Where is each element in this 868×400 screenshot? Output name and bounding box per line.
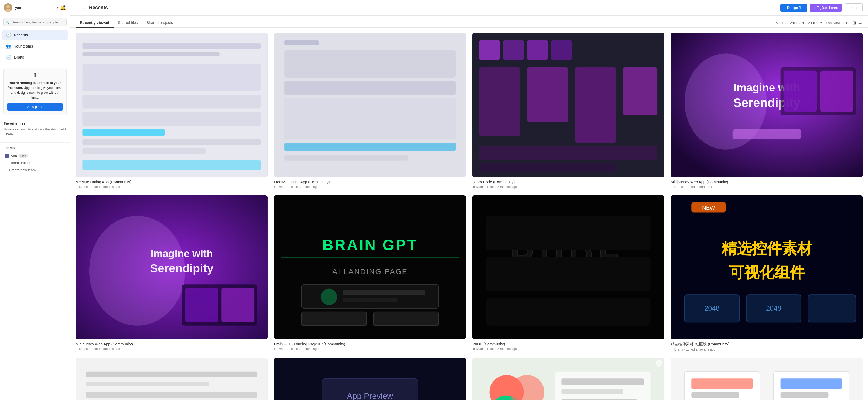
create-team-button[interactable]: + Create new team	[4, 166, 66, 174]
svg-text:App Preview: App Preview	[347, 392, 393, 400]
file-card[interactable]: MeetMe Dating App (Community) In Drafts …	[274, 33, 466, 189]
file-grid: MeetMe Dating App (Community) In Drafts …	[75, 33, 863, 400]
files-filter-button[interactable]: All files ▾	[808, 21, 822, 25]
star-icon[interactable]: ☆	[656, 360, 662, 367]
svg-rect-21	[479, 40, 500, 60]
svg-rect-11	[82, 148, 206, 154]
content-area: MeetMe Dating App (Community) In Drafts …	[70, 28, 868, 400]
search-bar: 🔍	[0, 16, 70, 29]
team-project-item[interactable]: Team project	[4, 160, 66, 166]
svg-point-51	[320, 288, 337, 305]
svg-rect-54	[301, 312, 366, 326]
svg-text:Imagine with: Imagine with	[151, 248, 213, 259]
files-filter-chevron: ▾	[820, 21, 822, 25]
tab-shared-files[interactable]: Shared files	[114, 18, 142, 28]
file-card[interactable]: Learn Code (Community) In Drafts · Edite…	[472, 33, 664, 189]
file-card[interactable]: ☆	[472, 358, 664, 400]
svg-rect-12	[82, 160, 260, 170]
file-card[interactable]: MeetMe Dating App (Community) In Drafts …	[75, 33, 268, 189]
avatar[interactable]	[4, 3, 12, 12]
svg-rect-67	[808, 295, 856, 322]
svg-rect-23	[527, 40, 548, 60]
view-plans-button[interactable]: View plans	[7, 103, 63, 111]
file-card[interactable]	[671, 358, 863, 400]
svg-rect-48	[281, 257, 459, 258]
file-thumbnail	[274, 33, 466, 177]
svg-rect-7	[82, 95, 260, 109]
svg-rect-52	[343, 290, 425, 295]
files-filter-label: All files	[808, 21, 819, 25]
file-name: Midjourney Web App (Community)	[671, 180, 863, 184]
svg-rect-14	[284, 40, 318, 45]
svg-rect-19	[284, 155, 408, 161]
file-meta: In Drafts · Edited 2 months ago	[75, 347, 268, 351]
file-thumbnail	[75, 33, 268, 177]
nav-your-teams[interactable]: 👥 Your teams	[2, 41, 68, 51]
file-thumbnail	[671, 358, 863, 400]
team-item-yan[interactable]: yan Free	[4, 152, 66, 160]
svg-rect-55	[373, 312, 438, 326]
file-meta: In Drafts · Edited 2 months ago	[274, 347, 466, 351]
file-card[interactable]: RIIDE RIIDE RIIDE (Community) In Drafts …	[472, 195, 664, 352]
file-meta: In Drafts · Edited 2 months ago	[472, 347, 664, 351]
tabs-left: Recently viewed Shared files Shared proj…	[75, 18, 177, 27]
figjam-board-button[interactable]: + FigJam board	[810, 3, 842, 12]
design-file-button[interactable]: + Design file	[780, 3, 807, 12]
tab-shared-projects[interactable]: Shared projects	[142, 18, 177, 28]
grid-view-button[interactable]: ⊞	[851, 20, 857, 26]
file-name: Learn Code (Community)	[472, 180, 664, 184]
nav-drafts[interactable]: 📄 Drafts	[2, 52, 68, 62]
svg-rect-27	[575, 67, 616, 143]
sidebar: yan ▾ 🔔 🔍 🕐 Recents 👥 Your teams 📄 Draft…	[0, 0, 70, 400]
file-thumbnail: ☆	[472, 358, 664, 400]
svg-rect-17	[284, 98, 456, 139]
svg-rect-95	[561, 378, 644, 385]
sort-filter-button[interactable]: Last viewed ▾	[826, 21, 847, 25]
list-view-button[interactable]: ≡	[858, 20, 863, 26]
svg-rect-38	[732, 129, 801, 139]
file-meta: In Drafts · Edited 2 months ago	[671, 348, 863, 351]
upgrade-box: ⬆ You're running out of files in your fr…	[3, 68, 67, 115]
file-card[interactable]: 精选控件素材 可视化组件 2048 2048 NEW 精选控件素材_社区版 (C…	[671, 195, 863, 352]
svg-rect-28	[623, 67, 657, 115]
plus-icon: +	[5, 168, 7, 172]
svg-rect-102	[691, 392, 739, 398]
svg-point-1	[6, 5, 10, 8]
svg-text:AI LANDING PAGE: AI LANDING PAGE	[332, 267, 408, 276]
svg-rect-61	[486, 298, 651, 326]
forward-button[interactable]: ›	[82, 4, 86, 11]
search-icon: 🔍	[5, 20, 10, 24]
org-filter-button[interactable]: All organizations ▾	[775, 21, 804, 25]
svg-text:可视化组件: 可视化组件	[729, 264, 805, 281]
file-name: MeetMe Dating App (Community)	[274, 180, 466, 184]
notification-icon[interactable]: 🔔	[60, 5, 66, 10]
free-badge: Free	[19, 154, 28, 158]
chevron-down-icon[interactable]: ▾	[57, 6, 59, 9]
back-button[interactable]: ‹	[75, 4, 81, 11]
svg-rect-10	[82, 139, 260, 145]
svg-rect-4	[82, 43, 260, 49]
svg-text:精选控件素材: 精选控件素材	[721, 240, 812, 257]
svg-rect-44	[185, 288, 218, 322]
team-color	[5, 154, 9, 158]
file-card[interactable]: App Preview	[274, 358, 466, 400]
svg-rect-22	[503, 40, 524, 60]
file-name: Midjourney Web App (Community)	[75, 342, 268, 346]
svg-rect-29	[479, 146, 657, 160]
import-button[interactable]: Import	[844, 3, 863, 12]
favorites-section: Favorite files Hover over any file and c…	[0, 118, 70, 140]
recents-icon: 🕐	[6, 32, 11, 37]
favorites-desc: Hover over any file and click the star t…	[4, 127, 66, 137]
file-card[interactable]: Imagine with Serendipity Midjourney Web …	[75, 195, 268, 352]
tab-recently-viewed[interactable]: Recently viewed	[75, 18, 114, 28]
svg-rect-26	[527, 67, 568, 122]
file-card[interactable]: BRAIN GPT AI LANDING PAGE BrainGPT - Lan…	[274, 195, 466, 352]
file-card[interactable]: Imagine with Serendipity Midjourney Web …	[671, 33, 863, 189]
teams-title: Teams	[4, 146, 66, 150]
search-input[interactable]	[3, 18, 67, 26]
drafts-icon: 📄	[6, 55, 11, 60]
teams-icon: 👥	[6, 44, 11, 49]
file-card[interactable]	[75, 358, 268, 400]
svg-rect-101	[691, 378, 753, 389]
nav-recents[interactable]: 🕐 Recents	[2, 30, 68, 40]
